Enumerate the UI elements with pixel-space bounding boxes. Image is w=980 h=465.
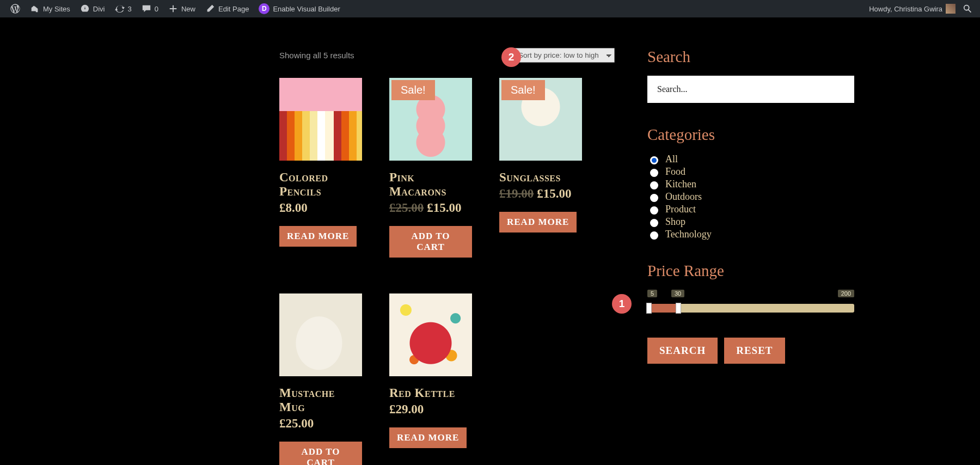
product-title: Colored Pencils: [279, 170, 362, 199]
product-card[interactable]: Red Kettle £29.00 READ MORE: [389, 293, 472, 465]
pencil-icon: [205, 4, 215, 14]
refresh-count: 3: [128, 5, 132, 13]
category-item[interactable]: Product: [647, 204, 854, 215]
search-heading: Search: [647, 48, 854, 66]
comments-count: 0: [155, 5, 158, 13]
product-action-button[interactable]: ADD TO CART: [279, 442, 362, 465]
divi-icon: D: [259, 3, 270, 14]
category-radio[interactable]: [650, 181, 658, 189]
annotation-marker-1: 1: [612, 294, 632, 314]
product-old-price: £25.00: [389, 201, 424, 215]
category-radio[interactable]: [650, 206, 658, 215]
wp-logo[interactable]: [5, 0, 25, 17]
comments-link[interactable]: 0: [137, 0, 163, 17]
category-list: AllFoodKitchenOutdoorsProductShopTechnol…: [647, 154, 854, 240]
search-icon: [963, 4, 972, 14]
sort-select[interactable]: Sort by price: low to high: [513, 48, 615, 63]
product-action-button[interactable]: READ MORE: [279, 226, 357, 247]
howdy-text: Howdy, Christina Gwira: [869, 5, 942, 13]
product-action-button[interactable]: READ MORE: [389, 427, 467, 448]
comment-icon: [142, 4, 151, 14]
price-slider[interactable]: 5 30 200: [647, 290, 854, 322]
product-title: Pink Macarons: [389, 170, 472, 199]
product-image[interactable]: [279, 78, 362, 161]
reset-button[interactable]: RESET: [724, 338, 785, 364]
price-range-heading: Price Range: [647, 262, 854, 280]
category-item[interactable]: All: [647, 154, 854, 165]
category-label: Outdoors: [665, 191, 702, 203]
refresh-icon: [115, 4, 125, 14]
product-card[interactable]: Sale! Pink Macarons £25.00£15.00 ADD TO …: [389, 78, 472, 258]
site-name-link[interactable]: Divi: [75, 0, 110, 17]
slider-handle-min[interactable]: [646, 303, 652, 314]
filter-buttons: SEARCH RESET: [647, 322, 854, 364]
product-price: £29.00: [389, 402, 472, 417]
main-content: 2 Showing all 5 results Sort by price: l…: [279, 48, 615, 465]
categories-heading: Categories: [647, 126, 854, 144]
category-item[interactable]: Food: [647, 166, 854, 178]
howdy-link[interactable]: Howdy, Christina Gwira: [864, 0, 960, 17]
annotation-marker-2: 2: [501, 47, 521, 67]
product-title: Mustache Mug: [279, 386, 362, 414]
category-radio[interactable]: [650, 231, 658, 240]
price-range-wrap: 1 5 30 200: [647, 290, 854, 322]
category-label: All: [665, 154, 678, 165]
site-name-label: Divi: [93, 5, 105, 13]
category-radio[interactable]: [650, 169, 658, 177]
product-image[interactable]: [279, 293, 362, 376]
category-item[interactable]: Kitchen: [647, 179, 854, 190]
product-price: £19.00£15.00: [499, 187, 582, 201]
slider-fill: [647, 304, 678, 313]
category-label: Product: [665, 204, 696, 215]
wp-admin-bar: My Sites Divi 3 0 New Edit Page D Enable…: [0, 0, 980, 17]
product-title: Red Kettle: [389, 386, 472, 400]
sidebar: Search Categories AllFoodKitchenOutdoors…: [647, 48, 854, 465]
product-card[interactable]: Sale! Sunglasses £19.00£15.00 READ MORE: [499, 78, 582, 258]
category-item[interactable]: Outdoors: [647, 191, 854, 203]
edit-page-label: Edit Page: [218, 5, 249, 13]
category-item[interactable]: Technology: [647, 229, 854, 240]
category-radio[interactable]: [650, 156, 658, 164]
slider-max-label: 200: [838, 290, 854, 297]
category-label: Shop: [665, 216, 685, 228]
product-old-price: £19.00: [499, 187, 534, 200]
gauge-icon: [80, 4, 90, 14]
category-radio[interactable]: [650, 219, 658, 227]
product-price: £25.00: [279, 417, 362, 431]
visual-builder-label: Enable Visual Builder: [273, 5, 340, 13]
product-grid: Colored Pencils £8.00 READ MORE Sale! Pi…: [279, 78, 615, 465]
new-link[interactable]: New: [163, 0, 200, 17]
category-radio[interactable]: [650, 194, 658, 202]
search-button[interactable]: SEARCH: [647, 338, 718, 364]
category-item[interactable]: Shop: [647, 216, 854, 228]
sale-badge: Sale!: [501, 80, 545, 100]
edit-page-link[interactable]: Edit Page: [200, 0, 254, 17]
product-price: £8.00: [279, 201, 362, 215]
results-row: Showing all 5 results Sort by price: low…: [279, 48, 615, 63]
sale-badge: Sale!: [391, 80, 435, 100]
product-action-button[interactable]: READ MORE: [499, 212, 577, 233]
page: 2 Showing all 5 results Sort by price: l…: [0, 17, 980, 465]
product-card[interactable]: Mustache Mug £25.00 ADD TO CART: [279, 293, 362, 465]
slider-labels: 5 30 200: [647, 290, 854, 301]
product-card[interactable]: Colored Pencils £8.00 READ MORE: [279, 78, 362, 258]
visual-builder-link[interactable]: D Enable Visual Builder: [254, 0, 345, 17]
home-multi-icon: [30, 4, 40, 14]
product-image[interactable]: [389, 293, 472, 376]
slider-mid-label: 30: [671, 290, 684, 297]
search-input[interactable]: [647, 76, 854, 103]
category-label: Technology: [665, 229, 712, 240]
new-label: New: [181, 5, 195, 13]
product-action-button[interactable]: ADD TO CART: [389, 226, 472, 258]
category-label: Kitchen: [665, 179, 696, 190]
admin-search[interactable]: [960, 0, 975, 17]
category-label: Food: [665, 166, 685, 178]
my-sites-label: My Sites: [43, 5, 70, 13]
avatar: [946, 4, 955, 14]
product-price: £25.00£15.00: [389, 201, 472, 215]
results-count-text: Showing all 5 results: [279, 51, 354, 60]
slider-min-label: 5: [647, 290, 657, 297]
refresh-link[interactable]: 3: [110, 0, 137, 17]
slider-handle-max[interactable]: [676, 303, 681, 314]
my-sites-link[interactable]: My Sites: [25, 0, 75, 17]
